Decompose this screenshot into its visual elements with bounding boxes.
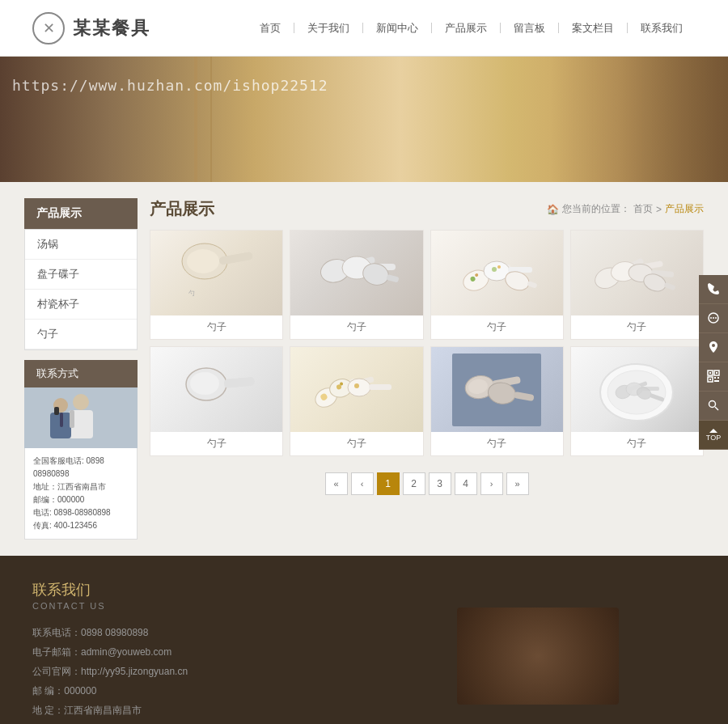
page-1-btn[interactable]: 1 [377,472,400,495]
page-2-btn[interactable]: 2 [403,472,425,495]
page-4-btn[interactable]: 4 [455,472,477,495]
spoon-svg-4 [592,237,681,310]
svg-point-65 [713,317,714,319]
product-card-3[interactable]: 勺子 [430,230,564,340]
footer-contact-title: 联系我们 [32,580,348,599]
nav-home[interactable]: 首页 [247,23,294,33]
float-chat-btn[interactable] [699,304,728,333]
breadcrumb-separator: > [656,204,662,215]
svg-point-10 [187,249,219,273]
footer-contact-sub: CONTACT US [32,601,348,611]
svg-point-66 [715,317,717,319]
svg-point-48 [354,383,359,388]
page-last-btn[interactable]: » [506,472,529,495]
product-card-5[interactable]: 勺子 [150,346,283,456]
svg-point-78 [709,401,716,408]
product-label-6: 勺子 [290,432,422,455]
product-label-3: 勺子 [431,315,563,339]
svg-rect-75 [716,380,717,382]
sidebar-menu: 汤锅 盘子碟子 村瓷杯子 勺子 [24,229,138,350]
nav-news[interactable]: 新闻中心 [363,23,432,33]
svg-rect-72 [709,379,711,380]
svg-rect-37 [223,376,255,387]
breadcrumb-home-link[interactable]: 首页 [633,202,653,216]
page-prev-btn[interactable]: ‹ [351,472,374,495]
float-phone-btn[interactable] [699,275,728,304]
spoon-svg-1: 勺 [172,237,261,310]
svg-rect-17 [386,273,399,282]
breadcrumb-current: 产品展示 [665,202,704,216]
nav-guestbook[interactable]: 留言板 [501,23,559,33]
svg-rect-73 [714,377,716,379]
contact-zip: 邮编：000000 [33,493,129,506]
float-qr-btn[interactable] [699,362,728,392]
svg-point-24 [492,267,497,272]
svg-rect-47 [369,384,392,390]
footer-zip: 邮 编：000000 [32,681,348,701]
nav-column[interactable]: 案文栏目 [559,23,628,33]
spoon-svg-3 [452,237,541,310]
product-image-1: 勺 [150,231,282,315]
sidebar-item-spoon[interactable]: 勺子 [25,320,137,349]
float-top-btn[interactable]: TOP [699,421,728,450]
contact-fax: 传真: 400-123456 [33,519,129,532]
nav-contact[interactable]: 联系我们 [628,23,696,33]
page-first-btn[interactable]: « [325,472,348,495]
svg-text:勺: 勺 [188,290,195,297]
product-card-2[interactable]: 勺子 [290,230,423,340]
product-card-7[interactable]: 勺子 [430,346,564,456]
svg-rect-76 [714,380,716,382]
svg-point-1 [73,394,89,410]
breadcrumb: 🏠 您当前的位置： 首页 > 产品展示 [547,202,704,216]
product-card-8[interactable]: 勺子 [570,346,704,456]
product-area: 产品展示 🏠 您当前的位置： 首页 > 产品展示 勺 [150,198,704,540]
product-label-2: 勺子 [290,315,422,339]
footer-website: 公司官网：http://yy95.jizongyuan.cn [32,662,348,681]
sidebar-contact-image [24,387,138,448]
product-image-2 [290,231,422,315]
float-search-btn[interactable] [699,392,728,421]
logo-area: ✕ 某某餐具 [32,12,150,44]
svg-rect-74 [717,377,719,379]
product-card-4[interactable]: 勺子 [570,230,704,340]
product-card-6[interactable]: 勺子 [290,346,423,456]
pagination: « ‹ 1 2 3 4 › » [150,472,704,495]
svg-rect-70 [709,372,711,374]
sidebar-item-tanguo[interactable]: 汤锅 [25,230,137,260]
float-location-btn[interactable] [699,333,728,362]
svg-line-79 [715,407,718,410]
sidebar-title: 产品展示 [24,198,138,229]
nav-about[interactable]: 关于我们 [294,23,363,33]
banner-url: https://www.huzhan.com/ishop22512 [12,77,328,94]
svg-rect-35 [664,282,676,290]
product-header: 产品展示 🏠 您当前的位置： 首页 > 产品展示 [150,198,704,220]
sidebar-item-pan[interactable]: 盘子碟子 [25,260,137,290]
product-image-5 [150,347,282,432]
main-content: 产品展示 汤锅 盘子碟子 村瓷杯子 勺子 联系方式 [0,182,728,556]
page-next-btn[interactable]: › [480,472,503,495]
product-label-5: 勺子 [150,432,282,455]
svg-rect-7 [54,407,59,415]
product-image-4 [571,231,703,315]
spoon-svg-7 [452,354,541,426]
breadcrumb-you-are-here: 您当前的位置： [562,202,630,216]
footer-address: 地 定：江西省南昌南昌市 [32,701,348,720]
product-image-8 [571,347,703,432]
page-3-btn[interactable]: 3 [429,472,451,495]
product-image-7 [431,347,563,432]
spoon-svg-6 [312,354,401,426]
contact-phone: 全国客服电话: 0898 08980898 [33,455,129,481]
contact-address: 地址：江西省南昌市 [33,481,129,493]
nav-products[interactable]: 产品展示 [432,23,501,33]
product-label-1: 勺子 [150,315,282,339]
spoon-svg-8 [592,354,681,426]
svg-rect-77 [717,380,719,382]
sidebar-item-cup[interactable]: 村瓷杯子 [25,290,137,320]
sidebar-contact-info: 全国客服电话: 0898 08980898 地址：江西省南昌市 邮编：00000… [24,448,138,540]
float-buttons: TOP [699,275,728,450]
product-card-1[interactable]: 勺 勺子 [150,230,283,340]
product-label-8: 勺子 [571,432,703,455]
spoon-svg-5 [172,354,261,426]
logo-icon: ✕ [32,12,65,44]
footer: 联系我们 CONTACT US 联系电话：0898 08980898 电子邮箱：… [0,556,728,724]
